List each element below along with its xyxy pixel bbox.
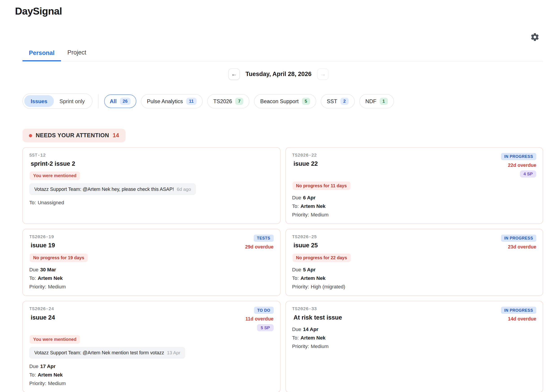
filter-chip-label: SST bbox=[327, 98, 337, 104]
tab-personal[interactable]: Personal bbox=[23, 47, 61, 61]
due-date: Due17 Apr bbox=[29, 363, 273, 369]
overdue-label: 14d overdue bbox=[508, 316, 536, 322]
issue-key: TS2026-19 bbox=[29, 235, 55, 240]
filter-chip-sst[interactable]: SST2 bbox=[321, 94, 355, 108]
filter-chip-label: TS2026 bbox=[213, 98, 232, 104]
assignee-name: Artem Nek bbox=[301, 335, 325, 340]
mode-sprint-only-button[interactable]: Sprint only bbox=[54, 95, 91, 107]
issue-title: isuue 22 bbox=[294, 160, 318, 168]
filter-chip-count: 26 bbox=[120, 97, 131, 105]
due-date: Due6 Apr bbox=[292, 195, 536, 200]
mention-badge: You were mentioned bbox=[30, 335, 80, 344]
previous-day-button[interactable]: ← bbox=[229, 68, 240, 80]
story-points-badge: 5 SP bbox=[257, 324, 274, 331]
assignee: To:Artem Nek bbox=[292, 203, 536, 209]
filter-chip-label: NDF bbox=[365, 98, 376, 104]
to-label: To: bbox=[292, 203, 299, 209]
filter-chip-beacon-support[interactable]: Beacon Support5 bbox=[254, 94, 316, 108]
no-progress-badge: No progress for 22 days bbox=[292, 253, 351, 262]
project-filter-list: All26Pulse Analytics11TS20267Beacon Supp… bbox=[104, 94, 394, 108]
issue-card[interactable]: TS2026-19isuue 19TESTS29d overdueNo prog… bbox=[23, 229, 280, 296]
issue-card[interactable]: SST-12sprint-2 issue 2You were mentioned… bbox=[23, 147, 280, 224]
due-value: 30 Mar bbox=[40, 267, 56, 272]
card-header: TS2026-24isuue 24TO DO11d overdue5 SP bbox=[29, 307, 273, 331]
priority: Priority:Medium bbox=[292, 343, 536, 349]
issue-card[interactable]: TS2026-25isuue 25IN PROGRESS23d overdueN… bbox=[285, 229, 543, 296]
assignee-name: Artem Nek bbox=[38, 372, 63, 377]
overdue-label: 11d overdue bbox=[245, 316, 273, 322]
status-badge: IN PROGRESS bbox=[501, 307, 536, 314]
needs-attention-header: NEEDS YOUR ATTENTION 14 bbox=[23, 129, 125, 142]
priority: Priority:Medium bbox=[292, 212, 536, 217]
card-header: TS2026-19isuue 19TESTS29d overdue bbox=[29, 235, 273, 250]
next-day-button[interactable]: → bbox=[317, 68, 328, 80]
status-badge: TO DO bbox=[254, 307, 274, 314]
issue-key: TS2026-24 bbox=[29, 307, 55, 312]
priority: Priority:Medium bbox=[29, 381, 273, 386]
app-title: DaySignal bbox=[15, 6, 557, 17]
issue-title: isuue 19 bbox=[31, 242, 55, 249]
overdue-label: 29d overdue bbox=[245, 244, 273, 250]
status-badge: IN PROGRESS bbox=[501, 235, 536, 242]
issue-card[interactable]: TS2026-33At risk test issueIN PROGRESS14… bbox=[285, 301, 543, 392]
assignee-name: Unassigned bbox=[38, 200, 64, 205]
due-value: 6 Apr bbox=[303, 195, 316, 200]
due-value: 14 Apr bbox=[303, 326, 318, 332]
priority-label: Priority: bbox=[29, 284, 46, 289]
filter-chip-count: 5 bbox=[302, 97, 310, 105]
assignee-name: Artem Nek bbox=[301, 203, 325, 209]
due-date: Due14 Apr bbox=[292, 326, 536, 332]
priority-value: Medium bbox=[48, 284, 66, 289]
priority-label: Priority: bbox=[292, 284, 309, 289]
to-label: To: bbox=[292, 275, 299, 281]
divider bbox=[98, 94, 98, 108]
to-label: To: bbox=[29, 200, 36, 205]
filter-chip-label: All bbox=[110, 98, 116, 104]
priority-label: Priority: bbox=[292, 212, 309, 217]
priority-value: Medium bbox=[48, 381, 66, 386]
priority-label: Priority: bbox=[292, 343, 309, 349]
daysignal-app: DaySignal Personal Project ← Tuesday, Ap… bbox=[0, 0, 557, 392]
assignee: To:Artem Nek bbox=[292, 275, 536, 281]
issue-title: isuue 24 bbox=[31, 314, 55, 321]
to-label: To: bbox=[292, 335, 299, 340]
issue-key: TS2026-22 bbox=[292, 153, 318, 158]
status-badge: IN PROGRESS bbox=[501, 153, 536, 160]
gear-icon bbox=[530, 32, 540, 42]
issue-key: SST-12 bbox=[29, 153, 75, 158]
filter-chip-count: 2 bbox=[340, 97, 349, 105]
filter-chip-count: 1 bbox=[379, 97, 388, 105]
due-label: Due bbox=[292, 195, 301, 200]
mention-badge: You were mentioned bbox=[30, 172, 80, 180]
issue-title: At risk test issue bbox=[294, 314, 342, 321]
settings-button[interactable] bbox=[529, 31, 541, 43]
comment-time: 6d ago bbox=[177, 187, 191, 192]
no-progress-badge: No progress for 19 days bbox=[30, 253, 88, 262]
story-points-badge: 4 SP bbox=[520, 170, 536, 178]
due-label: Due bbox=[292, 326, 301, 332]
comment-text: Votazz Support Team: @Artem Nek mention … bbox=[34, 350, 164, 355]
no-progress-badge: No progress for 11 days bbox=[292, 181, 350, 190]
assignee: To:Artem Nek bbox=[292, 335, 536, 340]
card-header: TS2026-22isuue 22IN PROGRESS22d overdue4… bbox=[292, 153, 536, 178]
overdue-label: 22d overdue bbox=[508, 163, 536, 168]
due-date: Due5 Apr bbox=[292, 267, 536, 272]
issue-card[interactable]: TS2026-22isuue 22IN PROGRESS22d overdue4… bbox=[285, 147, 543, 224]
due-value: 5 Apr bbox=[303, 267, 316, 272]
issue-card[interactable]: TS2026-24isuue 24TO DO11d overdue5 SPYou… bbox=[23, 301, 280, 392]
section-title: NEEDS YOUR ATTENTION bbox=[36, 132, 109, 139]
arrow-left-icon: ← bbox=[231, 71, 237, 77]
priority: Priority:Medium bbox=[29, 284, 273, 289]
due-value: 17 Apr bbox=[40, 363, 55, 369]
filter-chip-pulse-analytics[interactable]: Pulse Analytics11 bbox=[141, 94, 203, 108]
filter-chip-all[interactable]: All26 bbox=[104, 94, 136, 108]
mode-issues-button[interactable]: Issues bbox=[24, 95, 54, 107]
filter-chip-ndf[interactable]: NDF1 bbox=[359, 94, 394, 108]
assignee: To:Artem Nek bbox=[29, 275, 273, 281]
assignee-name: Artem Nek bbox=[301, 275, 325, 281]
filter-chip-ts2026[interactable]: TS20267 bbox=[207, 94, 249, 108]
priority-value: Medium bbox=[311, 343, 328, 349]
date-navigation: ← Tuesday, April 28, 2026 → bbox=[0, 68, 557, 80]
to-label: To: bbox=[29, 275, 36, 281]
tab-project[interactable]: Project bbox=[61, 47, 93, 61]
